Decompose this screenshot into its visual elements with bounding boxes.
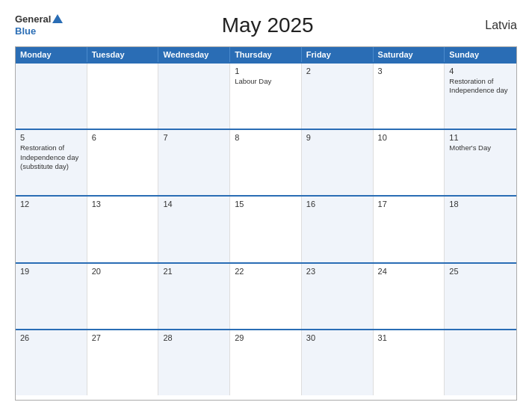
calendar-cell: 3	[374, 64, 445, 129]
day-number: 29	[235, 333, 297, 342]
calendar-cell: 15	[230, 197, 302, 262]
calendar-cell: 19	[16, 264, 87, 329]
calendar-cell: 2	[302, 64, 374, 129]
calendar-row-3: 12131415161718	[16, 195, 516, 262]
calendar-cell: 1Labour Day	[230, 64, 302, 129]
calendar-cell: 4Restoration of Independence day	[445, 64, 516, 129]
day-number: 23	[306, 267, 368, 276]
weekday-header-friday: Friday	[302, 47, 374, 62]
day-number: 24	[378, 267, 440, 276]
calendar-header: MondayTuesdayWednesdayThursdayFridaySatu…	[16, 47, 516, 62]
calendar-cell: 12	[16, 197, 87, 262]
day-number: 3	[378, 67, 440, 75]
day-number: 13	[92, 200, 154, 208]
day-number: 18	[449, 200, 512, 208]
calendar-row-2: 5Restoration of Independence day (substi…	[16, 129, 516, 195]
calendar-cell: 6	[87, 130, 159, 195]
calendar-cell: 31	[374, 330, 445, 395]
day-number: 14	[163, 200, 225, 208]
calendar-cell: 27	[87, 330, 159, 395]
calendar-body: 1Labour Day234Restoration of Independenc…	[16, 62, 516, 395]
day-number: 26	[20, 333, 82, 342]
logo: General Blue	[15, 14, 63, 36]
calendar-cell: 9	[302, 130, 374, 195]
weekday-header-monday: Monday	[16, 47, 87, 62]
day-number: 4	[449, 67, 512, 75]
calendar-cell: 16	[302, 197, 374, 262]
day-number: 31	[378, 333, 440, 342]
calendar-row-1: 1Labour Day234Restoration of Independenc…	[16, 62, 516, 129]
day-number: 9	[306, 133, 368, 142]
day-number: 20	[92, 267, 154, 276]
day-number: 22	[235, 267, 297, 276]
weekday-header-tuesday: Tuesday	[87, 47, 159, 62]
event-label: Restoration of Independence day (substit…	[20, 143, 82, 171]
logo-triangle-icon	[52, 14, 63, 23]
calendar-cell: 21	[158, 264, 230, 329]
calendar-cell: 18	[445, 197, 516, 262]
calendar-cell	[158, 64, 230, 129]
day-number: 30	[306, 333, 368, 342]
day-number: 28	[163, 333, 225, 342]
day-number: 12	[20, 200, 82, 208]
day-number: 15	[235, 200, 297, 208]
calendar-cell: 24	[374, 264, 445, 329]
weekday-header-wednesday: Wednesday	[158, 47, 230, 62]
calendar-cell: 11Mother's Day	[445, 130, 516, 195]
calendar-cell: 29	[230, 330, 302, 395]
calendar-cell: 8	[230, 130, 302, 195]
calendar-cell: 26	[16, 330, 87, 395]
calendar-cell: 10	[374, 130, 445, 195]
calendar-cell: 25	[445, 264, 516, 329]
event-label: Labour Day	[235, 77, 297, 86]
calendar-cell: 22	[230, 264, 302, 329]
calendar-cell: 17	[374, 197, 445, 262]
day-number: 19	[20, 267, 82, 276]
day-number: 7	[163, 133, 225, 142]
calendar-row-5: 262728293031	[16, 329, 516, 395]
calendar-cell: 13	[87, 197, 159, 262]
calendar-cell	[445, 330, 516, 395]
calendar-cell	[87, 64, 159, 129]
calendar-cell: 28	[158, 330, 230, 395]
day-number: 1	[235, 67, 297, 75]
day-number: 27	[92, 333, 154, 342]
event-label: Mother's Day	[449, 143, 512, 152]
calendar-cell: 30	[302, 330, 374, 395]
day-number: 8	[235, 133, 297, 142]
calendar-cell: 20	[87, 264, 159, 329]
day-number: 10	[378, 133, 440, 142]
calendar-cell: 23	[302, 264, 374, 329]
day-number: 25	[449, 267, 512, 276]
logo-blue-text: Blue	[15, 25, 36, 37]
calendar-row-4: 19202122232425	[16, 262, 516, 329]
calendar: MondayTuesdayWednesdayThursdayFridaySatu…	[15, 46, 517, 401]
calendar-cell: 5Restoration of Independence day (substi…	[16, 130, 87, 195]
day-number: 2	[306, 67, 368, 75]
calendar-cell: 7	[158, 130, 230, 195]
day-number: 21	[163, 267, 225, 276]
event-label: Restoration of Independence day	[449, 77, 512, 96]
day-number: 6	[92, 133, 154, 142]
weekday-header-sunday: Sunday	[445, 47, 516, 62]
day-number: 16	[306, 200, 368, 208]
day-number: 5	[20, 133, 82, 142]
header: General Blue May 2025 Latvia	[15, 13, 517, 37]
calendar-cell	[16, 64, 87, 129]
day-number: 17	[378, 200, 440, 208]
country-label: Latvia	[472, 19, 517, 32]
logo-general-text: General	[15, 14, 51, 25]
page: General Blue May 2025 Latvia MondayTuesd…	[0, 0, 532, 411]
weekday-header-saturday: Saturday	[374, 47, 445, 62]
weekday-header-thursday: Thursday	[230, 47, 302, 62]
calendar-title: May 2025	[63, 13, 472, 37]
calendar-cell: 14	[158, 197, 230, 262]
day-number: 11	[449, 133, 512, 142]
